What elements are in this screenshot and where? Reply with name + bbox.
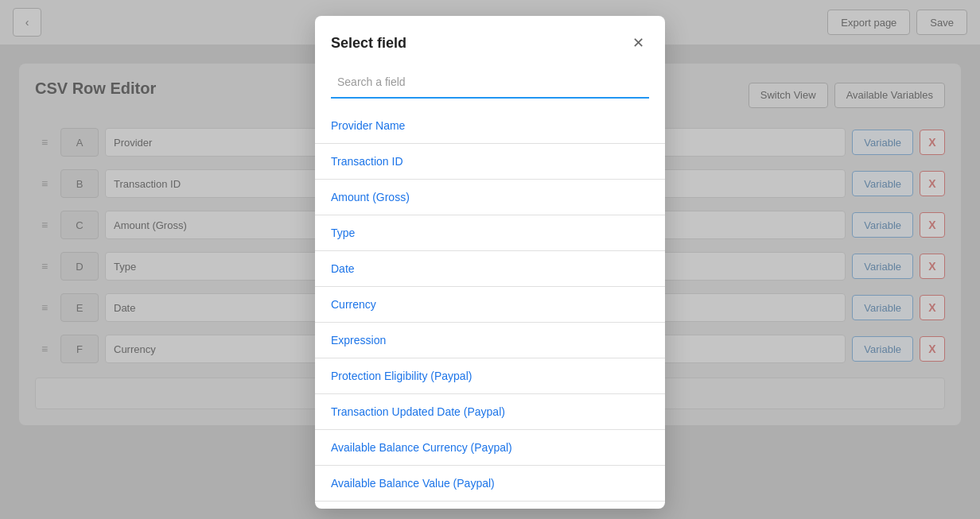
field-list-item[interactable]: Amount (Gross) xyxy=(315,180,665,215)
field-list-item[interactable]: Protection Eligibility (Paypal) xyxy=(315,358,665,394)
search-wrapper xyxy=(315,67,665,108)
search-input[interactable] xyxy=(331,67,649,99)
modal-close-button[interactable]: ✕ xyxy=(627,32,649,54)
field-list: Provider NameTransaction IDAmount (Gross… xyxy=(315,108,665,509)
field-list-item[interactable]: Expression xyxy=(315,323,665,358)
field-list-item[interactable]: Transaction ID xyxy=(315,144,665,180)
select-field-modal: Select field ✕ Provider NameTransaction … xyxy=(315,16,665,509)
field-list-item[interactable]: Date xyxy=(315,251,665,287)
modal-header: Select field ✕ xyxy=(315,16,665,67)
field-list-item[interactable]: Transaction Updated Date (Paypal) xyxy=(315,394,665,430)
field-list-item[interactable]: Available Balance Currency (Paypal) xyxy=(315,430,665,466)
field-list-item[interactable]: Available Balance Value (Paypal) xyxy=(315,466,665,502)
field-list-item[interactable]: Currency xyxy=(315,287,665,323)
field-list-item[interactable]: Ending Balance Currency (Paypal) xyxy=(315,502,665,509)
field-list-item[interactable]: Provider Name xyxy=(315,108,665,144)
field-list-item[interactable]: Type xyxy=(315,215,665,251)
modal-overlay[interactable]: Select field ✕ Provider NameTransaction … xyxy=(0,0,980,519)
modal-title: Select field xyxy=(331,35,406,52)
